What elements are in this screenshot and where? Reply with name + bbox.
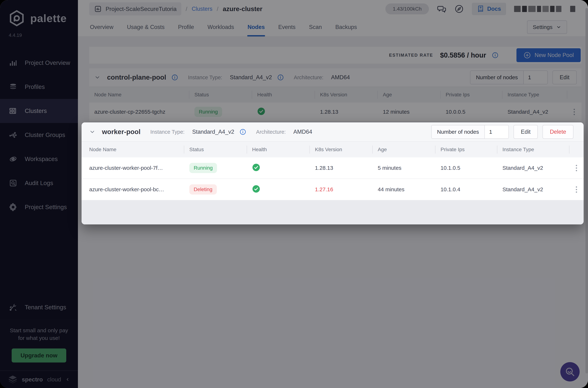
row-actions-menu[interactable] (569, 164, 584, 172)
pool-controls: Number of nodes 1 Edit Delete (431, 125, 573, 139)
pool-name: worker-pool (102, 128, 140, 136)
delete-pool-button[interactable]: Delete (543, 125, 573, 139)
edit-pool-button[interactable]: Edit (514, 125, 538, 139)
health-check-icon (252, 163, 260, 171)
pool-card-footer (82, 200, 584, 224)
node-name: azure-cluster-worker-pool-bc… (89, 186, 184, 193)
column-node-name: Node Name (89, 147, 184, 152)
number-of-nodes-control: Number of nodes 1 (431, 125, 509, 139)
health-check-icon (252, 185, 260, 193)
column-status: Status (184, 147, 247, 152)
k8s-version: 1.28.13 (310, 165, 372, 171)
k8s-version: 1.27.16 (310, 186, 372, 193)
instance-type-label: Instance Type: (150, 129, 185, 135)
column-private-ips: Private Ips (435, 147, 497, 152)
info-icon[interactable] (239, 128, 246, 135)
app-window: palette 4.4.19 Project Overview Profiles… (0, 0, 588, 388)
worker-pool-header: worker-pool Instance Type: Standard_A4_v… (82, 122, 584, 141)
architecture-label: Architecture: (256, 129, 286, 135)
number-of-nodes-label: Number of nodes (432, 125, 484, 138)
private-ip: 10.1.0.4 (435, 186, 497, 193)
status-badge: Running (189, 163, 217, 173)
instance-type: Standard_A4_v2 (497, 186, 569, 193)
status-badge: Deleting (189, 184, 217, 194)
column-age: Age (372, 147, 435, 152)
nodes-table-header: Node Name Status Health K8s Version Age … (82, 141, 584, 157)
node-age: 44 minutes (372, 186, 435, 193)
instance-type: Standard_A4_v2 (497, 165, 569, 171)
column-k8s-version: K8s Version (310, 147, 372, 152)
worker-pool-section: worker-pool Instance Type: Standard_A4_v… (82, 122, 584, 224)
row-actions-menu[interactable] (569, 185, 584, 194)
node-age: 5 minutes (372, 165, 435, 171)
column-health: Health (247, 147, 310, 152)
node-name: azure-cluster-worker-pool-7f… (89, 165, 184, 171)
collapse-pool-icon[interactable] (89, 129, 95, 135)
architecture-value: AMD64 (294, 129, 312, 135)
column-instance-type: Instance Type (497, 147, 569, 152)
number-of-nodes-input[interactable]: 1 (484, 125, 508, 138)
instance-type-value: Standard_A4_v2 (192, 129, 234, 135)
private-ip: 10.1.0.5 (435, 165, 497, 171)
table-row: azure-cluster-worker-pool-7f… Running 1.… (82, 157, 584, 179)
table-row: azure-cluster-worker-pool-bc… Deleting 1… (82, 179, 584, 200)
